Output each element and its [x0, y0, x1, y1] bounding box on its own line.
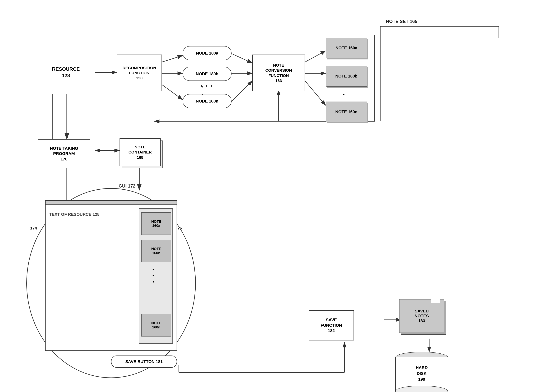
node-180n: NODE 180n	[183, 94, 232, 108]
note-160n-right: NOTE 160n	[326, 102, 367, 122]
gui-note-160n: NOTE 160n	[141, 314, 171, 336]
note-container-outer: NOTE CONTAINER 168	[119, 138, 163, 168]
text-resource-label: TEXT OF RESOURCE 128	[49, 212, 99, 217]
diagram: NOTE SET 165 RESOURCE 128 DECOMPOSITION …	[0, 0, 535, 392]
gui-note-160b: NOTE 160b	[141, 240, 171, 262]
notes-panel: NOTE 160a NOTE 160b ••• NOTE 160n	[139, 208, 173, 344]
note-conversion-box: NOTE CONVERSION FUNCTION 163	[252, 55, 305, 91]
dots-gui: •••	[152, 266, 154, 285]
node-180b: NODE 180b	[183, 67, 232, 81]
svg-line-10	[305, 51, 326, 62]
resource-label: RESOURCE 128	[52, 66, 80, 79]
save-function-box: SAVE FUNCTION 182	[309, 310, 354, 341]
svg-line-4	[162, 56, 183, 62]
resource-128-box: RESOURCE 128	[38, 51, 94, 94]
label-174: 174	[30, 226, 37, 231]
svg-line-7	[232, 54, 252, 63]
node-180a: NODE 180a	[183, 46, 232, 60]
gui-label: GUI 172	[118, 183, 135, 189]
note-160a-right: NOTE 160a	[326, 38, 367, 58]
svg-line-6	[162, 85, 183, 100]
decomposition-box: DECOMPOSITION FUNCTION 130	[117, 55, 162, 91]
hard-disk-label: HARD DISK 190	[395, 365, 448, 382]
gui-note-160a: NOTE 160a	[141, 212, 171, 235]
svg-line-9	[232, 81, 252, 102]
dots-middle: •••	[201, 83, 204, 107]
save-button[interactable]: SAVE BUTTON 181	[111, 355, 177, 368]
note-160b-right: NOTE 160b	[326, 66, 367, 87]
gui-window: TEXT OF RESOURCE 128 NOTE 160a NOTE 160b…	[45, 200, 177, 351]
note-taking-box: NOTE TAKING PROGRAM 170	[38, 139, 90, 168]
note-set-label: NOTE SET 165	[386, 19, 417, 24]
svg-line-12	[305, 81, 326, 105]
decomposition-label: DECOMPOSITION FUNCTION 130	[123, 65, 156, 81]
